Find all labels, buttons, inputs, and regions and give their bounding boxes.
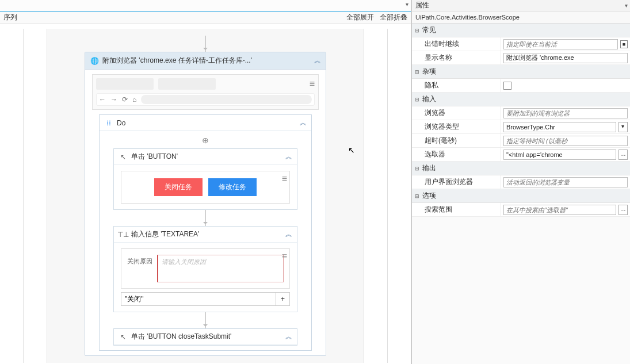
back-icon[interactable]: ←: [99, 95, 106, 104]
properties-grid: ⊟ 常见 出错时继续 显示名称 ⊟ 杂项 隐私: [412, 24, 630, 364]
do-title: Do: [117, 119, 296, 127]
collapse-icon[interactable]: ︽: [285, 152, 292, 162]
private-checkbox[interactable]: [503, 82, 511, 90]
cursor-icon: ↖: [119, 152, 128, 162]
connector-line: [205, 210, 206, 226]
designer-title: 序列: [3, 13, 17, 22]
attach-browser-title: 附加浏览器 'chrome.exe 任务详情-工作任务库-...': [102, 56, 311, 66]
minus-icon: ⊟: [414, 69, 420, 75]
hamburger-icon[interactable]: ≡: [310, 79, 315, 89]
hamburger-icon[interactable]: ≡: [282, 174, 287, 184]
click-submit-activity[interactable]: ↖ 单击 'BUTTON closeTaskSubmit' ︽: [113, 328, 297, 346]
minus-icon: ⊟: [414, 166, 420, 171]
prop-ui-browser: 用户界面浏览器: [412, 175, 630, 189]
collapse-icon[interactable]: ︽: [314, 56, 321, 66]
prop-timeout: 超时(毫秒): [412, 134, 630, 148]
forward-icon[interactable]: →: [110, 95, 117, 104]
prop-selector: 选取器 …: [412, 148, 630, 162]
browser-tab-preview: [96, 78, 154, 90]
type-icon: ⊤⊥: [119, 230, 128, 239]
prop-browser: 浏览器: [412, 106, 630, 120]
textarea-field-preview: 请输入关闭原因: [157, 255, 284, 282]
collapse-icon[interactable]: ︽: [285, 229, 292, 239]
category-options[interactable]: ⊟ 选项: [412, 189, 630, 203]
expand-expression-button[interactable]: +: [276, 292, 290, 306]
display-name-input[interactable]: [503, 53, 628, 63]
properties-title: 属性: [415, 1, 429, 10]
click-button-title: 单击 'BUTTON': [131, 152, 282, 162]
textarea-label: 关闭原因: [127, 255, 152, 282]
do-container[interactable]: ⁞⁞ Do ︽ ⊕ ↖: [99, 114, 312, 351]
prop-continue-on-error: 出错时继续: [412, 37, 630, 51]
edit-task-button[interactable]: 修改任务: [208, 178, 257, 196]
category-output[interactable]: ⊟ 输出: [412, 162, 630, 175]
type-into-title: 输入信息 'TEXTAREA': [131, 229, 282, 239]
browser-input[interactable]: [503, 108, 628, 118]
workflow-canvas[interactable]: 🌐 附加浏览器 'chrome.exe 任务详情-工作任务库-...' ︽ ≡: [0, 24, 411, 364]
ellipsis-button[interactable]: …: [618, 150, 628, 160]
minus-icon: ⊟: [414, 28, 420, 33]
timeout-input[interactable]: [503, 136, 628, 146]
browser-tab-preview: [158, 78, 216, 90]
browser-preview: ≡ ← → ⟳ ⌂: [92, 74, 319, 110]
sequence-icon: ⁞⁞: [104, 118, 113, 128]
target-preview: ≡ 关闭任务 修改任务: [121, 171, 290, 204]
home-icon[interactable]: ⌂: [132, 95, 136, 104]
search-scope-input[interactable]: [503, 205, 616, 215]
url-bar-preview: [141, 95, 312, 104]
collapse-icon[interactable]: ︽: [285, 332, 292, 342]
pin-icon[interactable]: ▾: [625, 2, 628, 9]
category-misc[interactable]: ⊟ 杂项: [412, 65, 630, 79]
minus-icon: ⊟: [414, 97, 420, 102]
properties-header: 属性 ▾: [412, 0, 630, 12]
dropdown-button[interactable]: ▾: [618, 122, 628, 132]
target-preview: ≡ 关闭原因 请输入关闭原因: [121, 248, 290, 289]
close-task-button[interactable]: 关闭任务: [154, 178, 203, 196]
type-value-input[interactable]: [121, 292, 276, 306]
dropdown-icon[interactable]: ▾: [406, 1, 408, 7]
ui-browser-input[interactable]: [503, 177, 628, 187]
click-submit-title: 单击 'BUTTON closeTaskSubmit': [131, 332, 282, 342]
click-button-activity[interactable]: ↖ 单击 'BUTTON' ︽ ≡ 关闭任务: [113, 148, 297, 210]
ellipsis-button[interactable]: …: [618, 205, 628, 215]
left-top-bar: ▾: [0, 0, 411, 12]
globe-icon: 🌐: [90, 56, 99, 66]
expand-all-link[interactable]: 全部展开: [346, 13, 374, 22]
category-common[interactable]: ⊟ 常见: [412, 24, 630, 37]
prop-search-scope: 搜索范围 …: [412, 203, 630, 217]
designer-header: 序列 全部展开 全部折叠: [0, 12, 411, 24]
continue-on-error-checkbox[interactable]: [620, 40, 628, 48]
collapse-icon[interactable]: ︽: [300, 118, 307, 128]
hamburger-icon[interactable]: ≡: [282, 251, 287, 262]
cursor-icon: ↖: [119, 332, 128, 342]
reload-icon[interactable]: ⟳: [122, 95, 128, 104]
browser-type-select[interactable]: [503, 122, 616, 132]
prop-display-name: 显示名称: [412, 51, 630, 65]
continue-on-error-input[interactable]: [503, 39, 618, 49]
selector-input[interactable]: [503, 150, 616, 160]
prop-browser-type: 浏览器类型 ▾: [412, 120, 630, 134]
minus-icon: ⊟: [414, 193, 420, 199]
connector-line: [205, 36, 206, 52]
activity-type-label: UiPath.Core.Activities.BrowserScope: [412, 12, 630, 24]
add-activity-button[interactable]: ⊕: [108, 136, 303, 145]
attach-browser-activity[interactable]: 🌐 附加浏览器 'chrome.exe 任务详情-工作任务库-...' ︽ ≡: [85, 52, 326, 356]
category-input[interactable]: ⊟ 输入: [412, 93, 630, 106]
collapse-all-link[interactable]: 全部折叠: [380, 13, 407, 22]
prop-private: 隐私: [412, 79, 630, 93]
type-into-activity[interactable]: ⊤⊥ 输入信息 'TEXTAREA' ︽ ≡ 关闭原因: [113, 226, 297, 312]
connector-line: [205, 312, 206, 328]
